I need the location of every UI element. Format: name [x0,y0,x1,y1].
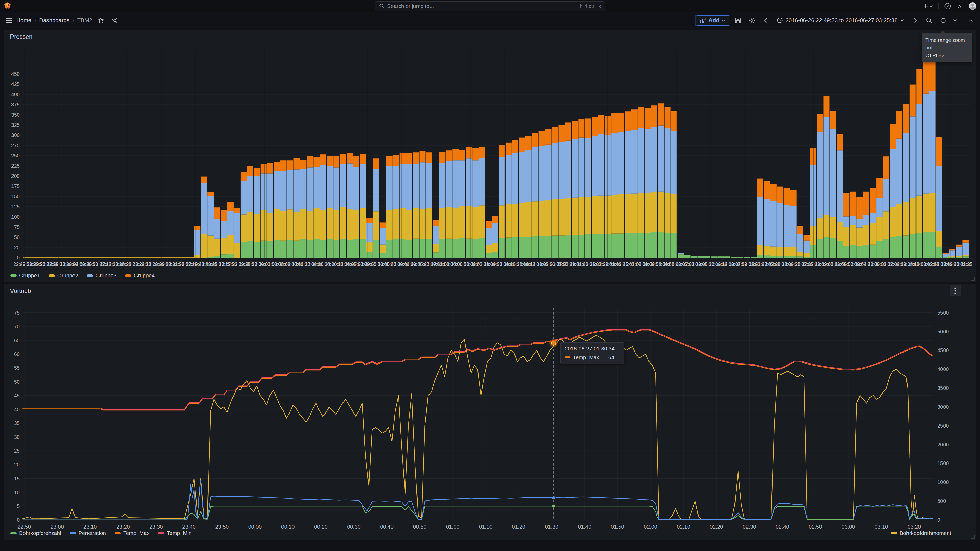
panel-resize-handle[interactable] [971,535,975,539]
svg-text:03:00: 03:00 [842,524,855,530]
svg-text:20: 20 [14,462,20,467]
legend-swatch [11,275,17,277]
panel-pressen-title[interactable]: Pressen [10,33,32,40]
svg-text:0: 0 [937,517,940,523]
svg-text:150: 150 [11,194,20,199]
legend-label: Penetration [79,530,106,536]
user-avatar[interactable] [969,2,977,10]
search-input[interactable]: Search or jump to... ctrl+k [375,1,605,11]
legend-label: Gruppe1 [19,272,40,279]
breadcrumb-dashboards[interactable]: Dashboards [39,17,69,24]
share-icon[interactable] [109,15,119,25]
refresh-icon[interactable] [938,15,948,25]
vortrieb-legend-right: Bohrkopfdrehmoment [891,530,951,536]
legend-swatch [891,532,897,534]
svg-text:300: 300 [11,132,20,138]
svg-text:23:40: 23:40 [182,524,196,530]
svg-text:00:20: 00:20 [314,524,328,530]
add-panel-icon [700,17,706,23]
chevron-down-icon [900,19,904,22]
svg-text:55: 55 [14,365,20,371]
legend-swatch [49,275,55,277]
svg-text:30: 30 [14,434,20,440]
svg-text:35: 35 [14,421,20,426]
svg-text:23:50: 23:50 [215,524,229,530]
chevron-down-icon [721,19,725,22]
svg-text:01:50: 01:50 [611,524,625,530]
save-dashboard-icon[interactable] [733,15,743,25]
legend-swatch [70,532,76,534]
legend-swatch [11,532,17,534]
pressen-legend: Gruppe1Gruppe2Gruppe3Gruppe4 [11,272,155,279]
vortrieb-legend: BohrkopfdrehzahlPenetrationTemp_MaxTemp_… [11,530,192,536]
chart-tooltip-time: 2016-06-27 01:30:34 [565,346,620,352]
legend-label: Gruppe2 [57,272,78,279]
vortrieb-chart[interactable]: 0510152025303540455055606570750500100015… [6,297,972,531]
svg-text:23:10: 23:10 [83,524,97,530]
svg-text:01:00: 01:00 [446,524,460,530]
svg-text:225: 225 [11,163,20,168]
svg-text:75: 75 [14,310,20,316]
breadcrumb-home[interactable]: Home [16,17,32,24]
svg-text:1000: 1000 [937,479,949,485]
collapse-toolbar-icon[interactable] [966,15,976,25]
search-icon [379,3,385,9]
legend-item-gruppe3[interactable]: Gruppe3 [87,272,116,279]
pressen-chart[interactable]: 0255075100125150175200225250275300325350… [6,43,972,270]
help-icon[interactable]: ? [944,3,951,10]
legend-item-bohrkopfdrehzahl[interactable]: Bohrkopfdrehzahl [11,530,61,536]
legend-label: Bohrkopfdrehmoment [900,530,951,536]
time-range-forward-icon[interactable] [910,15,921,25]
legend-swatch [158,532,164,534]
svg-text:00:10: 00:10 [281,524,295,530]
legend-item-gruppe1[interactable]: Gruppe1 [11,272,40,279]
legend-label: Temp_Max [123,530,150,536]
zoom-out-icon[interactable] [924,15,934,25]
legend-item-temp_max[interactable]: Temp_Max [115,530,150,536]
time-range-text: 2016-06-26 22:49:33 to 2016-06-27 03:25:… [786,17,897,24]
svg-text:01:30: 01:30 [545,524,558,530]
svg-text:375: 375 [11,102,20,107]
legend-label: Bohrkopfdrehzahl [19,530,61,536]
legend-label: Gruppe3 [95,272,116,279]
news-icon[interactable] [956,3,963,10]
breadcrumb-dashboard-title: TBM2 [77,17,92,24]
legend-item-gruppe2[interactable]: Gruppe2 [49,272,78,279]
svg-text:275: 275 [11,143,20,148]
svg-text:4000: 4000 [937,366,949,372]
svg-text:60: 60 [14,351,20,357]
refresh-interval-dropdown[interactable] [952,15,958,25]
svg-text:25: 25 [14,245,20,250]
svg-text:02:00: 02:00 [644,524,657,530]
panel-resize-handle[interactable] [971,277,975,281]
legend-label: Gruppe4 [134,272,155,279]
panel-menu-icon[interactable] [950,285,961,297]
svg-text:02:40: 02:40 [776,524,789,530]
clock-icon [777,17,783,24]
time-range-back-icon[interactable] [760,15,771,25]
legend-item-temp_min[interactable]: Temp_Min [158,530,192,536]
legend-item-gruppe4[interactable]: Gruppe4 [125,272,155,279]
panel-vortrieb-title[interactable]: Vortrieb [10,287,31,294]
add-button[interactable]: Add [696,15,729,25]
svg-text:00:00: 00:00 [248,524,262,530]
dashboard-settings-icon[interactable] [747,15,757,25]
time-range-picker[interactable]: 2016-06-26 22:49:33 to 2016-06-27 03:25:… [774,15,907,25]
svg-text:02:20: 02:20 [710,524,723,530]
menu-toggle-icon[interactable] [4,15,14,25]
svg-text:01:40: 01:40 [578,524,591,530]
legend-item-penetration[interactable]: Penetration [70,530,106,536]
grafana-logo[interactable] [3,2,12,10]
chart-tooltip: 2016-06-27 01:30:34 Temp_Max 64 [560,342,624,364]
new-button[interactable] [923,3,933,9]
search-shortcut: ctrl+k [580,3,601,9]
legend-item-bohrkopfdrehmoment[interactable]: Bohrkopfdrehmoment [891,530,951,536]
svg-text:45: 45 [14,393,20,399]
chart-tooltip-value: 64 [608,354,614,360]
breadcrumb-separator: › [35,17,36,24]
svg-text:03:25:32: 03:25:32 [960,262,972,267]
svg-text:00:40: 00:40 [380,524,393,530]
time-zoom-tooltip: Time range zoom out CTRL+Z [922,33,972,62]
favorite-star-icon[interactable] [96,15,106,25]
svg-text:50: 50 [14,234,20,240]
